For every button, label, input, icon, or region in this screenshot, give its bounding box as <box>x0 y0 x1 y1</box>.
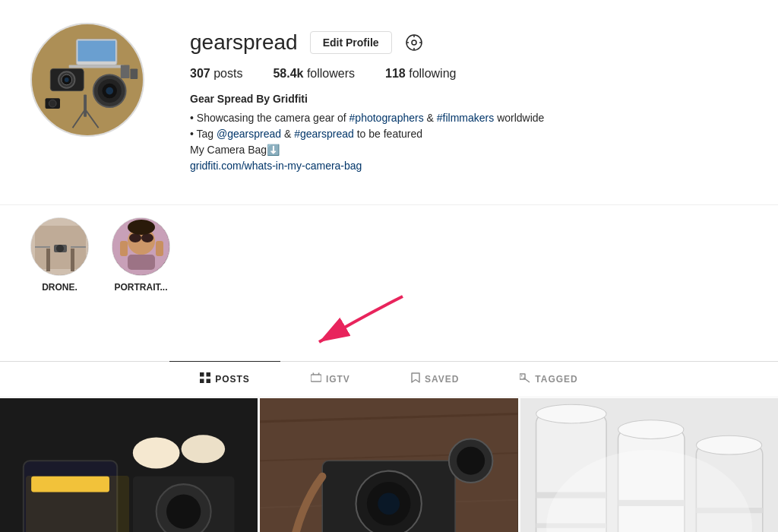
profile-info: gearspread Edit Profile <box>190 23 748 174</box>
highlight-item-drone[interactable]: DRONE. <box>30 217 89 293</box>
bio-line2: • Tag @gearspread & #gearspread to be fe… <box>190 126 748 142</box>
svg-rect-100 <box>696 508 762 513</box>
tag-icon <box>520 372 530 385</box>
photo-item-2[interactable] <box>260 398 517 532</box>
grid-icon <box>200 372 210 385</box>
tab-saved-label: SAVED <box>425 374 459 385</box>
profile-section: gearspread Edit Profile <box>0 0 778 204</box>
settings-icon[interactable] <box>404 33 424 52</box>
svg-point-60 <box>133 437 180 468</box>
svg-point-59 <box>166 494 201 528</box>
following-stat: 118 following <box>385 67 456 81</box>
svg-rect-46 <box>200 379 204 384</box>
svg-line-50 <box>318 373 319 375</box>
svg-point-31 <box>56 245 64 252</box>
svg-rect-42 <box>128 255 155 270</box>
svg-rect-85 <box>536 414 606 532</box>
bio-line1: • Showcasing the camera gear of #photogr… <box>190 110 748 126</box>
tv-icon <box>311 372 321 385</box>
bio-link[interactable]: gridfiti.com/whats-in-my-camera-bag <box>190 160 362 172</box>
arrow-container <box>0 308 778 361</box>
tab-igtv[interactable]: IGTV <box>280 361 381 396</box>
svg-rect-47 <box>207 379 211 384</box>
highlight-circle-portrait <box>112 217 170 276</box>
svg-point-103 <box>696 435 761 454</box>
svg-point-52 <box>521 375 523 377</box>
svg-rect-28 <box>46 249 50 271</box>
svg-point-61 <box>182 435 226 463</box>
profile-header-row: gearspread Edit Profile <box>190 30 748 55</box>
svg-point-77 <box>457 447 485 475</box>
svg-rect-56 <box>31 477 109 492</box>
followers-stat: 58.4k followers <box>273 67 355 81</box>
svg-rect-93 <box>696 445 762 532</box>
hashtag-filmmakers[interactable]: #filmmakers <box>437 112 494 124</box>
svg-point-17 <box>49 100 56 107</box>
photo-item-3[interactable] <box>520 398 778 532</box>
posts-stat: 307 posts <box>190 67 242 81</box>
tab-igtv-label: IGTV <box>326 374 350 385</box>
svg-point-12 <box>106 87 113 95</box>
tab-posts[interactable]: POSTS <box>169 361 280 396</box>
tab-posts-label: POSTS <box>215 374 250 385</box>
avatar[interactable] <box>30 23 144 137</box>
svg-point-21 <box>412 40 416 45</box>
highlight-item-portrait[interactable]: PORTRAIT... <box>112 217 170 293</box>
tabs-section: POSTS IGTV SAVED <box>0 361 778 396</box>
edit-profile-button[interactable]: Edit Profile <box>310 31 392 54</box>
photos-grid <box>0 396 778 532</box>
svg-rect-98 <box>536 524 606 528</box>
svg-rect-3 <box>77 40 115 61</box>
svg-point-101 <box>536 404 606 423</box>
highlight-circle-drone <box>30 217 89 276</box>
bio-section: Gear Spread By Gridfiti • Showcasing the… <box>190 91 748 174</box>
stats-row: 307 posts 58.4k followers 118 following <box>190 67 748 81</box>
svg-point-41 <box>128 220 155 235</box>
svg-rect-40 <box>156 241 163 256</box>
username: gearspread <box>190 30 298 55</box>
svg-rect-13 <box>84 94 87 116</box>
svg-line-53 <box>523 378 530 382</box>
tab-tagged[interactable]: TAGGED <box>489 361 608 396</box>
svg-rect-44 <box>200 372 204 377</box>
svg-point-102 <box>618 420 683 439</box>
tab-saved[interactable]: SAVED <box>381 361 489 396</box>
bio-line3: My Camera Bag⬇️ <box>190 142 748 158</box>
hashtag-photographers[interactable]: #photographers <box>349 112 424 124</box>
arrow-annotation <box>266 293 418 353</box>
svg-rect-89 <box>618 429 684 532</box>
hashtag-gearspread[interactable]: #gearspread <box>294 128 354 140</box>
svg-point-73 <box>378 492 400 515</box>
svg-rect-45 <box>207 372 211 377</box>
svg-rect-4 <box>69 65 125 68</box>
svg-rect-48 <box>311 375 321 382</box>
page-wrapper: gearspread Edit Profile <box>0 0 778 532</box>
photo-item-1[interactable] <box>0 398 258 532</box>
highlight-label-drone: DRONE. <box>42 282 77 293</box>
mention-gearspread[interactable]: @gearspread <box>217 128 281 140</box>
highlight-label-portrait: PORTRAIT... <box>114 282 167 293</box>
tab-tagged-label: TAGGED <box>535 374 577 385</box>
profile-top: gearspread Edit Profile <box>30 23 748 174</box>
svg-rect-99 <box>618 500 684 506</box>
svg-rect-97 <box>536 492 606 498</box>
bookmark-icon <box>411 372 420 385</box>
svg-rect-39 <box>120 241 128 256</box>
svg-point-8 <box>65 78 69 82</box>
svg-rect-55 <box>24 461 117 532</box>
svg-rect-19 <box>130 68 138 79</box>
svg-rect-18 <box>121 65 130 79</box>
svg-line-49 <box>313 373 314 375</box>
bio-name: Gear Spread By Gridfiti <box>190 91 748 107</box>
svg-rect-29 <box>71 249 74 271</box>
